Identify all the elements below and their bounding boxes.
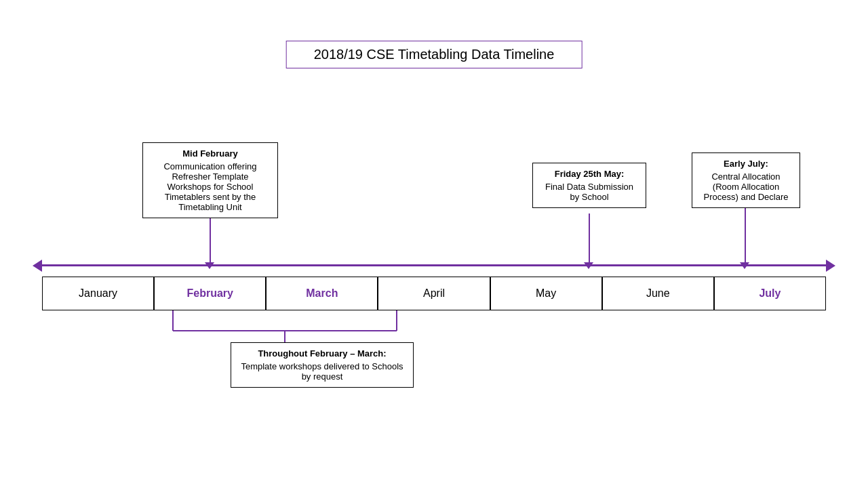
- infobox-may-content: Final Data Submission by School: [540, 182, 639, 202]
- infobox-july-title: Early July:: [699, 159, 793, 169]
- infobox-may: Friday 25th May: Final Data Submission b…: [532, 163, 646, 208]
- month-february: February: [154, 277, 266, 310]
- connector-july: [745, 207, 746, 265]
- page-title: 2018/19 CSE Timetabling Data Timeline: [286, 41, 583, 68]
- infobox-july: Early July: Central Allocation (Room All…: [692, 152, 800, 208]
- connector-may: [589, 214, 590, 265]
- infobox-may-title: Friday 25th May:: [540, 169, 639, 179]
- month-april: April: [378, 277, 490, 310]
- months-row: January February March April May June Ju…: [42, 277, 826, 310]
- infobox-feb-march: Throughout February – March: Template wo…: [231, 342, 414, 388]
- month-june: June: [602, 277, 714, 310]
- month-march: March: [266, 277, 378, 310]
- infobox-july-content: Central Allocation (Room Allocation Proc…: [699, 171, 793, 202]
- infobox-mid-feb: Mid February Communication offering Refr…: [142, 142, 278, 218]
- infobox-mid-feb-title: Mid February: [150, 148, 271, 159]
- title-text: 2018/19 CSE Timetabling Data Timeline: [314, 47, 555, 62]
- infobox-feb-march-content: Template workshops delivered to Schools …: [239, 361, 405, 382]
- month-july: July: [714, 277, 826, 310]
- feb-march-bracket: [173, 310, 397, 344]
- timeline-line: [37, 264, 831, 266]
- month-january: January: [42, 277, 154, 310]
- arrowhead-feb: [205, 262, 214, 269]
- month-may: May: [490, 277, 602, 310]
- arrowhead-july: [740, 262, 749, 269]
- infobox-mid-feb-content: Communication offering Refresher Templat…: [150, 161, 271, 212]
- page: 2018/19 CSE Timetabling Data Timeline Ja…: [0, 0, 868, 488]
- arrow-right-head: [826, 260, 835, 272]
- arrowhead-may: [584, 262, 593, 269]
- infobox-feb-march-title: Throughout February – March:: [239, 348, 405, 359]
